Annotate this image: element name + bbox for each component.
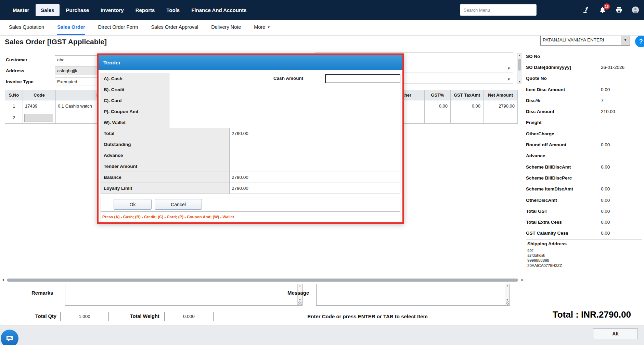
nav-item-sales[interactable]: Sales bbox=[36, 4, 59, 16]
cash-amount-input-field[interactable] bbox=[326, 75, 400, 83]
nav-item-purchase[interactable]: Purchase bbox=[61, 4, 94, 16]
alt-button[interactable]: Alt bbox=[593, 328, 638, 339]
company-select[interactable]: PATANJALI VANIJYA ENTERI ▼ bbox=[540, 34, 630, 46]
cell-code bbox=[23, 112, 56, 124]
col-header-gst-taxamt: GST TaxAmt bbox=[451, 90, 484, 100]
field-label: Scheme BillDiscPerc bbox=[526, 175, 572, 181]
remarks-textarea[interactable]: ▲ ▼ bbox=[65, 284, 302, 306]
tender-summary-loyalty-limit: Loyalty Limit 2790.00 bbox=[101, 183, 400, 194]
field-label: Quote No bbox=[526, 76, 547, 81]
tender-dialog-body: A). Cash Cash Amount B). Credit C). Card bbox=[99, 70, 402, 222]
tab-more[interactable]: More▼ bbox=[254, 20, 270, 35]
cell-gst-taxamt: 0.00 bbox=[451, 100, 484, 112]
customer-label: Customer bbox=[6, 57, 27, 62]
total-weight-value[interactable]: 0.000 bbox=[164, 312, 214, 321]
field-value: 26-01-2026 bbox=[601, 65, 624, 70]
cell-sno: 1 bbox=[5, 100, 23, 112]
summary-value: 2790.00 bbox=[230, 128, 400, 139]
printer-icon[interactable] bbox=[615, 6, 623, 14]
summary-value bbox=[230, 161, 400, 172]
tab-label: Direct Order Form bbox=[98, 24, 138, 30]
search-input[interactable] bbox=[460, 4, 537, 16]
field-value: 0.00 bbox=[601, 198, 610, 203]
cell-net-amount bbox=[484, 112, 518, 124]
resize-handle[interactable] bbox=[298, 301, 302, 305]
nav-item-tools[interactable]: Tools bbox=[161, 4, 185, 16]
nav-item-inventory[interactable]: Inventory bbox=[95, 4, 129, 16]
chevron-down-icon[interactable]: ▼ bbox=[621, 35, 630, 45]
chevron-down-icon: ▼ bbox=[267, 25, 270, 29]
scroll-up-icon[interactable]: ▲ bbox=[505, 284, 510, 287]
scroll-up-icon[interactable]: ▲ bbox=[298, 284, 302, 287]
remarks-label: Remarks bbox=[31, 290, 53, 296]
option-row-space bbox=[169, 84, 400, 95]
side-field-scheme-billdiscamt: Scheme BillDiscAmt0.00 bbox=[526, 161, 642, 172]
scrollbar-thumb[interactable] bbox=[518, 59, 521, 71]
chat-bubble-button[interactable] bbox=[1, 330, 18, 345]
nav-item-reports[interactable]: Reports bbox=[130, 4, 160, 16]
cell-sno: 2 bbox=[5, 112, 23, 124]
tab-sales-order-approval[interactable]: Sales Order Approval bbox=[151, 20, 198, 35]
order-summary-panel: SO No SO Date[ddmmyyyy]26-01-2026 Quote … bbox=[526, 51, 642, 268]
summary-label: Tender Amount bbox=[101, 161, 230, 172]
shipping-line: asfdghgjjk bbox=[527, 253, 642, 258]
side-field-so-no: SO No bbox=[526, 51, 642, 62]
field-label: Disc% bbox=[526, 98, 540, 103]
tab-delivery-note[interactable]: Delivery Note bbox=[211, 20, 241, 35]
tender-option-row: A). Cash Cash Amount bbox=[101, 73, 400, 84]
auction-gavel-icon[interactable] bbox=[582, 6, 590, 14]
tab-direct-order-form[interactable]: Direct Order Form bbox=[98, 20, 138, 35]
tender-summary-balance: Balance 2790.00 bbox=[101, 172, 400, 183]
app-screen: Master Sales Purchase Inventory Reports … bbox=[0, 0, 644, 345]
help-button[interactable]: ? bbox=[635, 36, 644, 47]
side-field-disc-pct: Disc%7 bbox=[526, 95, 642, 106]
resize-handle[interactable] bbox=[506, 301, 509, 305]
code-entry-input[interactable] bbox=[24, 114, 53, 122]
form-vertical-scrollbar[interactable]: ▲ ▼ bbox=[517, 53, 522, 84]
scroll-up-icon[interactable]: ▲ bbox=[517, 54, 522, 57]
scroll-right-icon[interactable]: ► bbox=[521, 278, 524, 282]
tender-option-coupon-amt[interactable]: P). Coupon Amt bbox=[101, 106, 169, 117]
tender-option-row: W). Wallet bbox=[101, 117, 400, 128]
chevron-down-icon: ▼ bbox=[507, 77, 511, 81]
scroll-down-icon[interactable]: ▼ bbox=[505, 299, 510, 301]
field-value: 0.00 bbox=[601, 220, 610, 225]
scrollbar-thumb[interactable] bbox=[7, 279, 518, 282]
ok-button[interactable]: Ok bbox=[114, 199, 152, 210]
cash-amount-label: Cash Amount bbox=[273, 76, 303, 81]
cash-amount-input[interactable] bbox=[325, 74, 400, 83]
notification-count-badge: 13 bbox=[604, 3, 610, 10]
summary-label: Total bbox=[101, 128, 230, 139]
message-textarea[interactable]: ▲ ▼ bbox=[316, 284, 510, 306]
tender-option-wallet[interactable]: W). Wallet bbox=[101, 117, 169, 128]
tender-option-card[interactable]: C). Card bbox=[101, 95, 169, 106]
tender-dialog-footer: Ok Cancel Press (A) - Cash; (B) - Credit… bbox=[101, 197, 400, 222]
side-field-scheme-itemdiscamt: Scheme ItemDiscAmt0.00 bbox=[526, 184, 642, 195]
scroll-down-icon[interactable]: ▼ bbox=[517, 80, 522, 83]
tender-option-credit[interactable]: B). Credit bbox=[101, 84, 169, 95]
cell-code: 17439 bbox=[23, 100, 56, 112]
tab-sales-quotation[interactable]: Sales Quotation bbox=[9, 20, 44, 35]
cancel-button[interactable]: Cancel bbox=[155, 199, 202, 210]
field-value: 0.00 bbox=[601, 87, 610, 92]
nav-item-master[interactable]: Master bbox=[8, 4, 34, 16]
notifications-bell-icon[interactable]: 13 bbox=[599, 6, 606, 14]
horizontal-scrollbar[interactable]: ◄ ► bbox=[0, 277, 526, 283]
col-header-sno: S.No bbox=[5, 90, 23, 100]
cell-gst-pct: 0.00 bbox=[425, 100, 451, 112]
enter-code-hint: Enter Code or press ENTER or TAB to sele… bbox=[299, 313, 436, 319]
nav-item-finance-and-accounts[interactable]: Finance And Accounts bbox=[186, 4, 252, 16]
dialog-buttons-row: Ok Cancel bbox=[101, 197, 400, 212]
summary-value bbox=[230, 139, 400, 150]
tab-label: Sales Order bbox=[57, 24, 85, 30]
option-row-space bbox=[169, 117, 400, 128]
total-qty-value[interactable]: 1.000 bbox=[60, 312, 109, 321]
side-field-gst-calamity-cess: GST Calamity Cess0.00 bbox=[526, 228, 642, 239]
field-value: 0.00 bbox=[601, 164, 610, 170]
scroll-down-icon[interactable]: ▼ bbox=[298, 299, 302, 301]
scroll-left-icon[interactable]: ◄ bbox=[1, 278, 5, 282]
field-value: 210.00 bbox=[601, 109, 615, 114]
tender-option-cash[interactable]: A). Cash bbox=[101, 73, 169, 84]
user-avatar[interactable] bbox=[632, 6, 639, 14]
tab-sales-order[interactable]: Sales Order bbox=[57, 20, 85, 35]
